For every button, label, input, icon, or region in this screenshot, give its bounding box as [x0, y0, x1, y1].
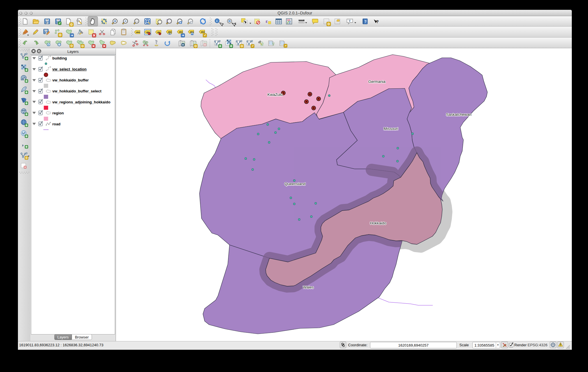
svg-text:,: , — [22, 140, 24, 147]
svg-text:ε: ε — [266, 18, 268, 24]
svg-text:i: i — [217, 19, 217, 23]
svg-text:?: ? — [376, 19, 379, 24]
svg-text:1:1: 1:1 — [135, 20, 138, 22]
svg-text:T: T — [349, 19, 351, 23]
